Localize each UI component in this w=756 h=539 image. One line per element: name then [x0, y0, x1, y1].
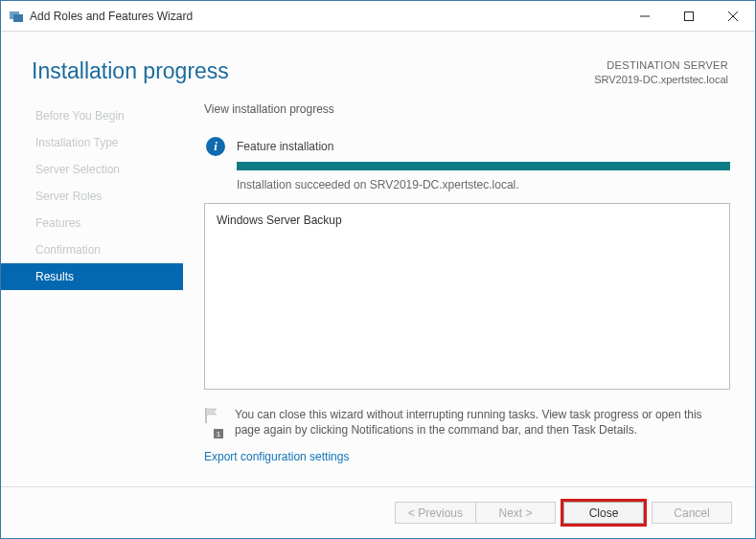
- feature-installation-label: Feature installation: [237, 140, 333, 153]
- header: Installation progress DESTINATION SERVER…: [1, 32, 755, 97]
- window-title: Add Roles and Features Wizard: [30, 10, 623, 23]
- wizard-sidebar: Before You Begin Installation Type Serve…: [1, 97, 183, 486]
- maximize-button[interactable]: [667, 1, 711, 32]
- view-progress-label: View installation progress: [204, 102, 730, 116]
- feature-item: Windows Server Backup: [217, 213, 718, 227]
- step-server-selection: Server Selection: [1, 156, 183, 183]
- next-button: Next >: [475, 502, 556, 524]
- destination-label: DESTINATION SERVER: [594, 58, 728, 73]
- step-results: Results: [1, 263, 183, 290]
- close-window-button[interactable]: [711, 1, 755, 32]
- page-title: Installation progress: [32, 58, 229, 84]
- export-config-link[interactable]: Export configuration settings: [204, 450, 730, 463]
- titlebar: Add Roles and Features Wizard: [1, 1, 755, 32]
- installed-features-box: Windows Server Backup: [204, 203, 730, 390]
- flag-badge: 1: [214, 429, 223, 438]
- step-before-you-begin: Before You Begin: [1, 102, 183, 129]
- progress-bar: [237, 162, 730, 170]
- footer-buttons: < Previous Next > Close Cancel: [1, 486, 755, 538]
- destination-value: SRV2019-DC.xpertstec.local: [594, 73, 728, 87]
- cancel-button: Cancel: [652, 502, 732, 524]
- wizard-window: Add Roles and Features Wizard Installati…: [0, 0, 756, 539]
- svg-rect-1: [13, 14, 23, 22]
- step-features: Features: [1, 210, 183, 236]
- app-icon: [9, 9, 24, 24]
- info-icon: i: [206, 137, 225, 156]
- close-button[interactable]: Close: [563, 502, 644, 524]
- install-status-text: Installation succeeded on SRV2019-DC.xpe…: [237, 178, 730, 191]
- flag-icon: 1: [204, 407, 221, 439]
- step-confirmation: Confirmation: [1, 236, 183, 263]
- step-installation-type: Installation Type: [1, 129, 183, 156]
- step-server-roles: Server Roles: [1, 183, 183, 210]
- wizard-content: View installation progress i Feature ins…: [183, 97, 755, 486]
- svg-rect-3: [685, 11, 694, 20]
- previous-button: < Previous: [395, 502, 475, 524]
- close-note-text: You can close this wizard without interr…: [235, 407, 730, 439]
- minimize-button[interactable]: [623, 1, 667, 32]
- destination-info: DESTINATION SERVER SRV2019-DC.xpertstec.…: [594, 58, 728, 87]
